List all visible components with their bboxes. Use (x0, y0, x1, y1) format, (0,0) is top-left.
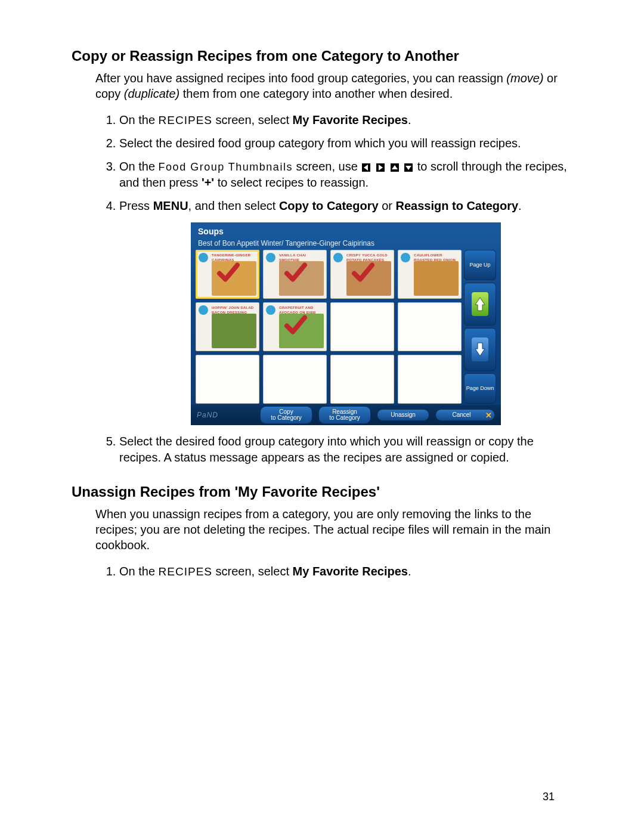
step-3: On the Food Group Thumbnails screen, use… (119, 159, 572, 191)
copy-to-category: Copy to Category (279, 199, 379, 212)
category-chip-icon (333, 253, 343, 262)
thumb-photo (414, 261, 459, 296)
step3-a: On the (119, 160, 159, 173)
reassign-to-category-button[interactable]: Reassign to Category (318, 406, 371, 424)
copy-to-category-button[interactable]: Copy to Category (260, 406, 312, 424)
step1-c: . (408, 113, 411, 126)
intro-move: (move) (506, 72, 543, 85)
page-down-button[interactable] (464, 328, 496, 371)
arrow-up-icon (472, 292, 488, 316)
plus-key: '+' (202, 176, 214, 189)
step-4: Press MENU, and then select Copy to Cate… (119, 198, 572, 425)
intro-part-a: After you have assigned recipes into foo… (95, 72, 506, 85)
recipe-thumbnail[interactable]: HOPPIN' JOHN SALAD BACON DRESSING (196, 302, 259, 351)
step4-b: , and then select (188, 199, 279, 212)
category-chip-icon (266, 253, 275, 262)
thumb-photo (212, 314, 256, 348)
recipe-thumbnail[interactable]: TANGERINE-GINGER CAIPIRINAS (196, 250, 259, 299)
recipe-thumbnail[interactable]: VANILLA CHAI SMOOTHIE (263, 250, 327, 299)
u-step1-a: On the (119, 565, 159, 578)
cancel-x-icon: ✕ (485, 411, 492, 419)
page-down-label: Page Down (464, 373, 496, 404)
page-number: 31 (543, 791, 555, 803)
cancel-label: Cancel (452, 411, 470, 418)
step-2: Select the desired food group category f… (119, 135, 572, 151)
intro-duplicate: (duplicate) (124, 87, 179, 100)
recipe-thumbnail[interactable] (196, 355, 259, 404)
step1-b: screen, select (212, 113, 293, 126)
category-chip-icon (266, 305, 275, 315)
arrow-down-icon (472, 337, 488, 361)
u-step1-b: screen, select (212, 565, 293, 578)
device-title: Soups (198, 226, 495, 237)
recipe-thumbnail[interactable]: CRISPY YUCCA GOLD POTATO PANCAKES (330, 250, 394, 299)
intro-copy-reassign: After you have assigned recipes into foo… (95, 70, 572, 101)
checkmark-icon (351, 261, 374, 289)
reassign-to-category: Reassign to Category (396, 199, 519, 212)
thumbnail-grid: TANGERINE-GINGER CAIPIRINASVANILLA CHAI … (196, 250, 462, 404)
checkmark-icon (283, 313, 307, 341)
checkmark-icon (216, 261, 240, 289)
recipes-label: RECIPES (159, 114, 212, 126)
recipe-thumbnail[interactable] (330, 302, 394, 351)
recipe-thumbnail[interactable] (398, 355, 462, 404)
cancel-button[interactable]: Cancel ✕ (435, 409, 495, 421)
device-subtitle: Best of Bon Appetit Winter/ Tangerine-Gi… (198, 239, 495, 248)
step4-a: Press (119, 199, 153, 212)
food-group-thumbnails-label: Food Group Thumbnails (159, 161, 293, 173)
svg-marker-9 (475, 343, 485, 356)
category-chip-icon (401, 253, 410, 262)
step4-d: . (518, 199, 522, 212)
my-favorite-recipes: My Favorite Recipes (293, 113, 408, 126)
svg-marker-8 (475, 298, 485, 311)
page-up-label: Page Up (464, 250, 496, 280)
menu-key: MENU (153, 199, 188, 212)
category-chip-icon (199, 305, 208, 315)
page-up-button[interactable] (464, 283, 496, 326)
nav-arrows-icons (361, 160, 417, 173)
recipe-thumbnail[interactable]: CAULIFLOWER ROASTED RED ONION TART (398, 250, 462, 299)
step-1: On the RECIPES screen, select My Favorit… (119, 112, 572, 128)
unassign-button[interactable]: Unassign (377, 409, 429, 421)
intro-part-c: them from one category into another when… (183, 87, 453, 100)
steps-list-2: On the RECIPES screen, select My Favorit… (95, 563, 572, 580)
brand-logo: PaND (197, 410, 218, 420)
step4-c: or (379, 199, 396, 212)
heading-copy-reassign: Copy or Reassign Recipes from one Catego… (72, 48, 572, 64)
heading-unassign: Unassign Recipes from 'My Favorite Recip… (72, 484, 572, 500)
checkmark-icon (283, 261, 307, 289)
recipe-thumbnail[interactable] (263, 355, 327, 404)
intro-unassign: When you unassign recipes from a categor… (95, 506, 572, 553)
recipe-thumbnail[interactable] (330, 355, 394, 404)
steps-list-1: On the RECIPES screen, select My Favorit… (95, 112, 572, 466)
step3-b: screen, use (293, 160, 361, 173)
step3-d: to select recipes to reassign. (214, 176, 369, 189)
device-screenshot: Soups Best of Bon Appetit Winter/ Tanger… (191, 222, 501, 425)
step-5: Select the desired food group category i… (119, 433, 572, 466)
recipes-label-2: RECIPES (159, 565, 212, 578)
category-chip-icon (199, 253, 208, 262)
recipe-thumbnail[interactable] (398, 302, 462, 351)
u-step1-c: . (408, 565, 411, 578)
copy-line2: to Category (267, 415, 306, 421)
step1-a: On the (119, 113, 159, 126)
my-favorite-recipes-2: My Favorite Recipes (293, 565, 408, 578)
reassign-line2: to Category (325, 415, 364, 421)
unassign-step-1: On the RECIPES screen, select My Favorit… (119, 563, 572, 580)
recipe-thumbnail[interactable]: GRAPEFRUIT AND AVOCADO ON BIBB (263, 302, 327, 351)
